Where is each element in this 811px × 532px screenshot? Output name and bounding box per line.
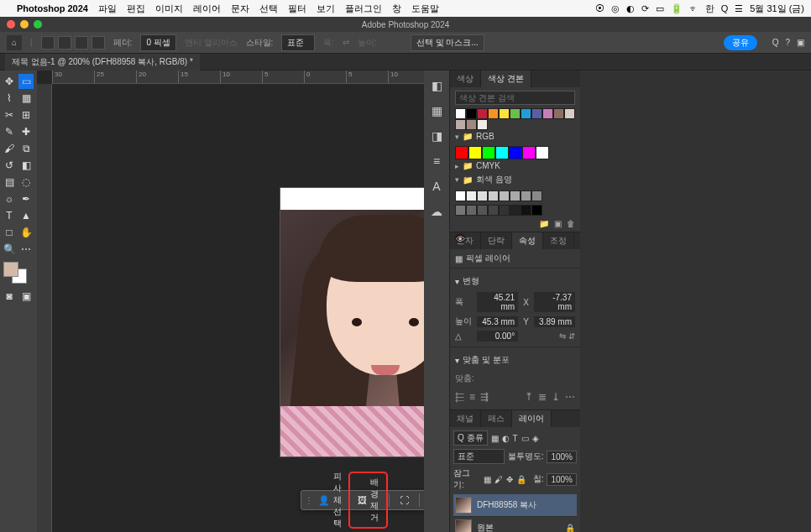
tool-move[interactable]: ✥ bbox=[2, 74, 17, 89]
tray-record-icon[interactable]: ⦿ bbox=[595, 3, 604, 13]
align-vcenter-icon[interactable]: ≣ bbox=[538, 391, 547, 403]
layer-row[interactable]: 👁 원본 🔒 bbox=[453, 517, 577, 532]
folder-gray[interactable]: ▾📁회색 음영 bbox=[455, 172, 575, 187]
layer-filter-kind[interactable]: Q 종류 bbox=[453, 430, 488, 446]
tool-path-select[interactable]: ▲ bbox=[18, 208, 34, 223]
dock-gradients-icon[interactable]: ◨ bbox=[428, 128, 445, 144]
menu-help[interactable]: 도움말 bbox=[411, 3, 439, 15]
tool-history-brush[interactable]: ↺ bbox=[2, 158, 17, 173]
canvas-area[interactable]: 3025201510505101520253035404550556065707… bbox=[37, 70, 424, 532]
opacity-field[interactable]: 100% bbox=[547, 451, 577, 463]
selection-add-icon[interactable] bbox=[58, 36, 71, 50]
layer-row[interactable]: 👁 DFH88958 복사 bbox=[453, 494, 577, 517]
feather-field[interactable]: 0 픽셀 bbox=[140, 34, 175, 51]
tray-screen-icon[interactable]: ▭ bbox=[656, 3, 664, 14]
swatch[interactable] bbox=[564, 108, 575, 119]
swatch[interactable] bbox=[531, 108, 542, 119]
swatch[interactable] bbox=[531, 190, 542, 201]
align-right-icon[interactable]: ⇶ bbox=[480, 391, 489, 403]
swatch[interactable] bbox=[521, 205, 531, 216]
x-field[interactable]: -7.37 mm bbox=[534, 292, 575, 312]
selection-subtract-icon[interactable] bbox=[75, 36, 88, 50]
tool-frame[interactable]: ⊞ bbox=[18, 107, 34, 123]
visibility-icon[interactable]: 👁 bbox=[455, 234, 465, 243]
swatch[interactable] bbox=[488, 108, 499, 119]
lock-all-icon[interactable]: 🔒 bbox=[516, 475, 526, 484]
ctx-drag-handle[interactable]: ⋮ bbox=[305, 496, 310, 505]
swatch[interactable] bbox=[495, 146, 509, 159]
tool-gradient[interactable]: ▤ bbox=[2, 175, 17, 190]
tool-brush[interactable]: 🖌 bbox=[2, 141, 17, 156]
lock-trans-icon[interactable]: ▦ bbox=[484, 475, 491, 484]
tray-control-icon[interactable]: ☰ bbox=[735, 3, 743, 14]
tab-paths[interactable]: 패스 bbox=[481, 410, 512, 427]
height-field[interactable]: 45.3 mm bbox=[477, 316, 518, 327]
color-swatches[interactable] bbox=[2, 262, 32, 287]
tray-date[interactable]: 5월 31일 (금) bbox=[750, 3, 804, 15]
selection-intersect-icon[interactable] bbox=[92, 36, 105, 50]
dock-char-icon[interactable]: A bbox=[428, 178, 445, 195]
swatch[interactable] bbox=[477, 190, 488, 201]
tool-screenmode[interactable]: ▣ bbox=[18, 289, 34, 304]
swatch[interactable] bbox=[499, 108, 510, 119]
remove-background-button[interactable]: 🖼 배경 제거 bbox=[351, 474, 385, 526]
menu-plugins[interactable]: 플러그인 bbox=[345, 3, 382, 15]
tray-battery-icon[interactable]: 🔋 bbox=[671, 3, 683, 14]
width-field[interactable]: 45.21 mm bbox=[477, 292, 518, 312]
swatch[interactable] bbox=[466, 190, 477, 201]
foreground-color[interactable] bbox=[3, 262, 18, 277]
layer-name[interactable]: 원본 bbox=[477, 522, 560, 532]
align-top-icon[interactable]: ⤒ bbox=[525, 391, 533, 403]
tool-type[interactable]: T bbox=[2, 208, 17, 223]
share-button[interactable]: 공유 bbox=[724, 35, 757, 50]
swatch-new-icon[interactable]: ▣ bbox=[554, 219, 562, 228]
tray-wifi-icon[interactable]: ᯤ bbox=[689, 3, 699, 13]
swatch[interactable] bbox=[499, 205, 510, 216]
tool-heal[interactable]: ✚ bbox=[18, 124, 34, 139]
swatch[interactable] bbox=[510, 108, 521, 119]
tool-eraser[interactable]: ◧ bbox=[18, 158, 34, 173]
swatch[interactable] bbox=[466, 119, 477, 130]
swatch[interactable] bbox=[455, 108, 466, 119]
layer-thumb[interactable] bbox=[455, 519, 472, 532]
folder-cmyk[interactable]: ▸📁CMYK bbox=[455, 159, 575, 172]
flip-v-icon[interactable]: ⇵ bbox=[568, 331, 575, 341]
tab-properties[interactable]: 속성 bbox=[512, 232, 543, 249]
artboard[interactable] bbox=[280, 188, 424, 456]
swatch[interactable] bbox=[488, 190, 499, 201]
tab-character[interactable]: 문자 bbox=[450, 232, 481, 249]
filter-smart-icon[interactable]: ◈ bbox=[532, 434, 539, 443]
swatch-new-folder-icon[interactable]: 📁 bbox=[539, 219, 549, 228]
align-bottom-icon[interactable]: ⤓ bbox=[552, 391, 560, 403]
tab-layers[interactable]: 레이어 bbox=[512, 410, 552, 427]
swatch[interactable] bbox=[536, 146, 549, 159]
menu-file[interactable]: 파일 bbox=[98, 3, 117, 15]
help-icon[interactable]: ? bbox=[785, 38, 790, 47]
tool-stamp[interactable]: ⧉ bbox=[18, 141, 34, 156]
tab-paragraph[interactable]: 단락 bbox=[481, 232, 512, 249]
swatch[interactable] bbox=[499, 190, 510, 201]
layer-name[interactable]: DFH88958 복사 bbox=[477, 499, 575, 511]
swatch-trash-icon[interactable]: 🗑 bbox=[567, 219, 575, 228]
dock-swatches-icon[interactable]: ▦ bbox=[428, 102, 445, 119]
home-button[interactable]: ⌂ bbox=[7, 35, 22, 50]
fill-field[interactable]: 100% bbox=[547, 473, 577, 486]
tray-icon-3[interactable]: ⟳ bbox=[641, 3, 649, 14]
dock-libraries-icon[interactable]: ☁ bbox=[428, 203, 445, 220]
tool-eyedropper[interactable]: ✎ bbox=[2, 124, 17, 139]
layer-thumb[interactable] bbox=[455, 497, 472, 514]
style-select[interactable]: 표준 bbox=[281, 34, 315, 51]
filter-adjust-icon[interactable]: ◐ bbox=[502, 434, 510, 443]
swatch[interactable] bbox=[466, 108, 477, 119]
swatch[interactable] bbox=[510, 205, 521, 216]
ctx-adjust-button[interactable]: ◐ bbox=[422, 493, 424, 509]
workspace-icon[interactable]: ▣ bbox=[797, 38, 804, 47]
tool-blur[interactable]: ◌ bbox=[18, 175, 34, 190]
tool-marquee[interactable]: ▭ bbox=[18, 74, 34, 89]
menu-view[interactable]: 보기 bbox=[317, 3, 335, 15]
menu-edit[interactable]: 편집 bbox=[127, 3, 145, 15]
y-field[interactable]: 3.89 mm bbox=[534, 316, 575, 327]
align-more-icon[interactable]: ⋯ bbox=[565, 391, 575, 403]
tool-shape[interactable]: □ bbox=[2, 225, 17, 240]
menu-select[interactable]: 선택 bbox=[259, 3, 278, 15]
